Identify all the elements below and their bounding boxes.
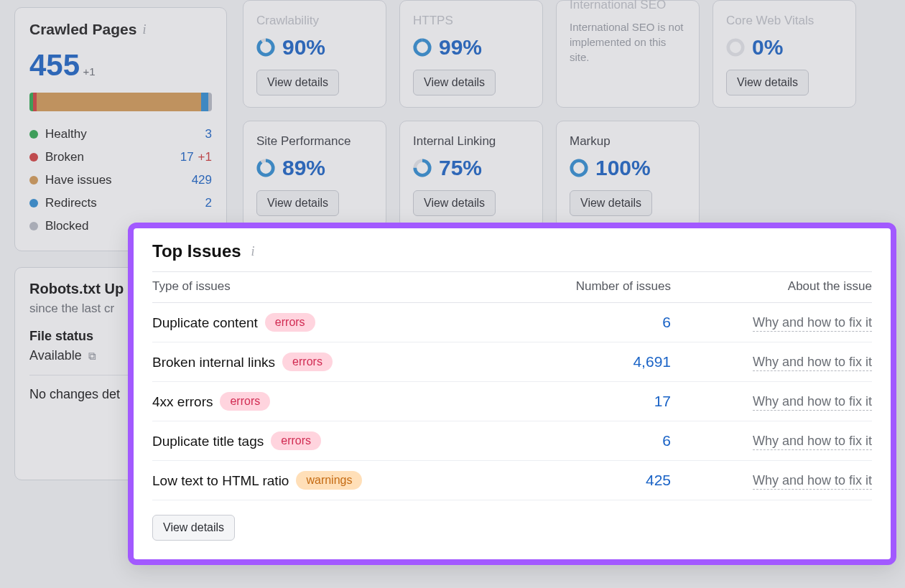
metric-card: Internal Linking75%View details xyxy=(399,121,543,228)
issue-badge: errors xyxy=(271,431,321,450)
svg-point-11 xyxy=(572,161,586,175)
bar-segment[interactable] xyxy=(201,93,208,111)
top-issues-panel: Top Issues i Type of issues Number of is… xyxy=(128,223,896,565)
info-icon[interactable]: i xyxy=(142,22,146,37)
issue-count[interactable]: 6 xyxy=(513,421,671,461)
legend-value: 429 xyxy=(192,173,212,187)
issue-row: 4xx errorserrors17Why and how to fix it xyxy=(152,382,872,421)
metric-card: International SEOInternational SEO is no… xyxy=(556,0,700,108)
issue-count[interactable]: 425 xyxy=(513,461,671,500)
top-issues-view-details-button[interactable]: View details xyxy=(152,515,235,541)
issue-name[interactable]: Broken internal linkserrors xyxy=(152,342,513,382)
metric-card: Core Web Vitals0%View details xyxy=(713,0,856,108)
card-pct: 99% xyxy=(439,35,482,60)
legend-label: Redirects xyxy=(45,196,205,210)
issue-row: Duplicate title tagserrors6Why and how t… xyxy=(152,421,872,461)
crawled-pages-title: Crawled Pages xyxy=(29,21,136,38)
external-link-icon[interactable]: ⧉ xyxy=(88,350,96,362)
issue-count[interactable]: 4,691 xyxy=(513,342,671,382)
legend-row[interactable]: Redirects2 xyxy=(29,192,212,215)
top-issues-title: Top Issues xyxy=(152,241,241,261)
legend-value: 2 xyxy=(205,196,212,210)
issue-badge: errors xyxy=(220,392,270,411)
view-details-button[interactable]: View details xyxy=(256,70,339,95)
view-details-button[interactable]: View details xyxy=(413,190,496,216)
view-details-button[interactable]: View details xyxy=(256,190,339,216)
issue-row: Low text to HTML ratiowarnings425Why and… xyxy=(152,461,872,500)
metric-card: Crawlability90%View details xyxy=(243,0,386,108)
svg-point-3 xyxy=(415,40,430,55)
robots-file-status-value[interactable]: Available xyxy=(29,348,82,363)
card-pct: 89% xyxy=(282,156,325,180)
card-pct: 0% xyxy=(752,35,783,60)
legend-label: Broken xyxy=(45,150,180,164)
card-title: Core Web Vitals xyxy=(726,14,843,28)
info-icon[interactable]: i xyxy=(251,244,255,259)
issue-name[interactable]: Duplicate contenterrors xyxy=(152,303,513,342)
legend-label: Healthy xyxy=(45,127,205,141)
issue-name[interactable]: Duplicate title tagserrors xyxy=(152,421,513,461)
issue-badge: warnings xyxy=(296,471,362,490)
legend-row[interactable]: Broken17+1 xyxy=(29,146,212,169)
bar-segment[interactable] xyxy=(208,93,212,111)
issue-name[interactable]: Low text to HTML ratiowarnings xyxy=(152,461,513,500)
card-pct: 90% xyxy=(282,35,325,60)
legend-dot-icon xyxy=(29,176,38,185)
issue-row: Broken internal linkserrors4,691Why and … xyxy=(152,342,872,382)
crawled-pages-panel: Crawled Pages i 455 +1 Healthy3Broken17+… xyxy=(14,7,227,251)
why-fix-link[interactable]: Why and how to fix it xyxy=(753,355,872,371)
legend-dot-icon xyxy=(29,199,38,207)
legend-delta: +1 xyxy=(198,150,212,164)
card-pct: 75% xyxy=(439,156,482,180)
legend-label: Have issues xyxy=(45,173,192,187)
issue-count[interactable]: 17 xyxy=(513,382,671,421)
legend-row[interactable]: Have issues429 xyxy=(29,169,212,192)
view-details-button[interactable]: View details xyxy=(570,190,652,216)
issue-row: Duplicate contenterrors6Why and how to f… xyxy=(152,303,872,342)
card-title: Internal Linking xyxy=(413,134,529,149)
card-title: Site Performance xyxy=(256,134,373,149)
col-type: Type of issues xyxy=(152,272,513,303)
metric-card: Site Performance89%View details xyxy=(243,121,386,228)
issue-badge: errors xyxy=(282,353,333,371)
svg-point-7 xyxy=(259,161,273,175)
svg-point-4 xyxy=(728,40,743,55)
svg-point-1 xyxy=(259,40,273,55)
legend-dot-icon xyxy=(29,222,38,230)
col-num: Number of issues xyxy=(513,272,671,303)
legend-dot-icon xyxy=(29,153,38,162)
view-details-button[interactable]: View details xyxy=(413,70,496,95)
card-title: Markup xyxy=(570,134,686,149)
legend-dot-icon xyxy=(29,130,38,139)
legend-value: 17 xyxy=(180,150,194,164)
why-fix-link[interactable]: Why and how to fix it xyxy=(753,434,872,450)
view-details-button[interactable]: View details xyxy=(726,70,809,95)
donut-icon xyxy=(570,159,588,177)
metric-card: Markup100%View details xyxy=(556,121,700,228)
why-fix-link[interactable]: Why and how to fix it xyxy=(753,315,872,332)
donut-icon xyxy=(256,159,275,177)
why-fix-link[interactable]: Why and how to fix it xyxy=(753,473,872,490)
top-issues-table: Type of issues Number of issues About th… xyxy=(152,271,872,500)
card-pct: 100% xyxy=(595,156,651,180)
donut-icon xyxy=(256,38,275,57)
issue-badge: errors xyxy=(265,313,315,332)
metric-card: HTTPS99%View details xyxy=(399,0,543,108)
bar-segment[interactable] xyxy=(37,93,201,111)
donut-icon xyxy=(726,38,745,57)
donut-icon xyxy=(413,38,432,57)
issue-name[interactable]: 4xx errorserrors xyxy=(152,382,513,421)
card-title: International SEO xyxy=(570,0,686,12)
card-title: Crawlability xyxy=(256,14,373,28)
issue-count[interactable]: 6 xyxy=(513,303,671,342)
crawled-stacked-bar[interactable] xyxy=(29,93,212,111)
crawled-delta: +1 xyxy=(83,65,96,78)
legend-row[interactable]: Healthy3 xyxy=(29,123,212,146)
why-fix-link[interactable]: Why and how to fix it xyxy=(753,394,872,411)
crawled-count[interactable]: 455 xyxy=(29,48,80,83)
donut-icon xyxy=(413,159,432,177)
legend-value: 3 xyxy=(205,127,212,141)
col-about: About the issue xyxy=(671,272,872,303)
card-title: HTTPS xyxy=(413,14,529,28)
card-note: International SEO is not implemented on … xyxy=(570,19,686,65)
